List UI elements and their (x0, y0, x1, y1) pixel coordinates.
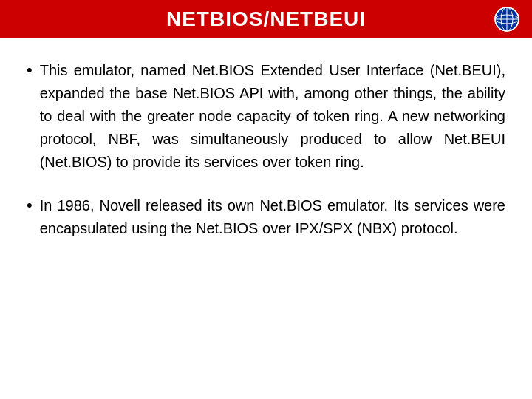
bullet-item-2: • In 1986, Novell released its own Net.B… (27, 194, 505, 240)
globe-icon (494, 6, 520, 33)
slide-container: NETBIOS/NETBEUI • This emulator, named N… (0, 0, 532, 399)
slide-title: NETBIOS/NETBEUI (166, 7, 366, 31)
bullet-item-1: • This emulator, named Net.BIOS Extended… (27, 59, 505, 174)
bullet-text-2: In 1986, Novell released its own Net.BIO… (40, 194, 505, 240)
bullet-text-1: This emulator, named Net.BIOS Extended U… (40, 59, 505, 174)
bullet-marker-2: • (27, 196, 33, 215)
bullet-marker-1: • (27, 61, 33, 80)
slide-header: NETBIOS/NETBEUI (0, 0, 532, 38)
content-area: • This emulator, named Net.BIOS Extended… (0, 38, 532, 399)
